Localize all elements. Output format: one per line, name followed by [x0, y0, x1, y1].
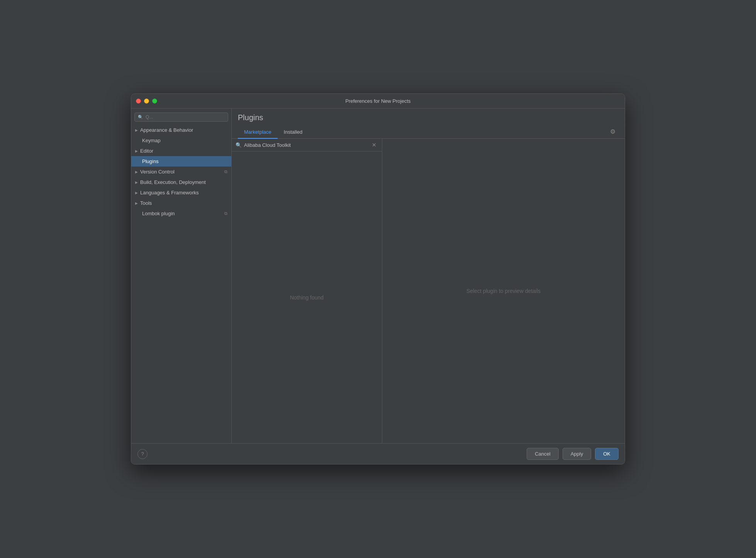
chevron-right-icon: ▶ — [135, 191, 138, 195]
cancel-button[interactable]: Cancel — [527, 448, 558, 460]
chevron-right-icon: ▶ — [135, 149, 138, 153]
bottom-bar: ? Cancel Apply OK — [131, 443, 625, 464]
main-panel: Plugins Marketplace Installed ⚙ — [232, 109, 625, 443]
sidebar-item-label: Plugins — [142, 158, 159, 164]
sidebar-item-label: Appearance & Behavior — [140, 127, 193, 133]
sidebar-item-tools[interactable]: ▶ Tools — [131, 198, 231, 208]
sidebar-item-label: Keymap — [142, 138, 161, 143]
chevron-right-icon: ▶ — [135, 180, 138, 184]
nothing-found-message: Nothing found — [232, 151, 382, 443]
sidebar-item-label: Editor — [140, 148, 153, 154]
copy-icon: ⧉ — [224, 211, 227, 216]
plugin-detail-panel: Select plugin to preview details — [382, 139, 625, 443]
plugin-search-icon: 🔍 — [236, 142, 242, 148]
sidebar-item-editor[interactable]: ▶ Editor — [131, 146, 231, 156]
ok-button[interactable]: OK — [595, 448, 619, 460]
sidebar-item-label: Build, Execution, Deployment — [140, 179, 206, 185]
traffic-lights — [136, 99, 157, 104]
sidebar-item-version-control[interactable]: ▶ Version Control ⧉ — [131, 167, 231, 177]
plugins-title: Plugins — [238, 113, 619, 122]
sidebar-item-label: Version Control — [140, 169, 175, 175]
sidebar-search-bar[interactable]: 🔍 — [134, 112, 228, 122]
sidebar-item-keymap[interactable]: Keymap — [131, 135, 231, 146]
sidebar-item-label: Languages & Frameworks — [140, 190, 199, 196]
sidebar-item-languages[interactable]: ▶ Languages & Frameworks — [131, 187, 231, 198]
plugins-content: 🔍 ✕ Nothing found Select plugin to previ… — [232, 139, 625, 443]
sidebar-item-lombok[interactable]: Lombok plugin ⧉ — [131, 208, 231, 219]
clear-search-button[interactable]: ✕ — [370, 142, 378, 148]
sidebar: 🔍 ▶ Appearance & Behavior Keymap ▶ Edito… — [131, 109, 232, 443]
minimize-button[interactable] — [144, 99, 149, 104]
help-button[interactable]: ? — [137, 449, 147, 459]
tab-installed[interactable]: Installed — [278, 126, 309, 139]
plugin-search-input[interactable] — [244, 142, 368, 148]
sidebar-item-label: Tools — [140, 200, 152, 206]
tabs-bar: Marketplace Installed ⚙ — [238, 126, 619, 138]
titlebar: Preferences for New Projects — [131, 94, 625, 109]
sidebar-search-icon: 🔍 — [138, 115, 143, 120]
sidebar-item-appearance[interactable]: ▶ Appearance & Behavior — [131, 125, 231, 135]
chevron-right-icon: ▶ — [135, 170, 138, 174]
preferences-window: Preferences for New Projects 🔍 ▶ Appeara… — [131, 94, 625, 464]
close-button[interactable] — [136, 99, 141, 104]
settings-gear-button[interactable]: ⚙ — [607, 126, 619, 137]
apply-button[interactable]: Apply — [563, 448, 592, 460]
content-area: 🔍 ▶ Appearance & Behavior Keymap ▶ Edito… — [131, 109, 625, 443]
window-title: Preferences for New Projects — [345, 98, 410, 104]
sidebar-search-input[interactable] — [146, 114, 225, 120]
bottom-actions: Cancel Apply OK — [527, 448, 619, 460]
chevron-right-icon: ▶ — [135, 201, 138, 205]
sidebar-item-build[interactable]: ▶ Build, Execution, Deployment — [131, 177, 231, 187]
sidebar-nav: ▶ Appearance & Behavior Keymap ▶ Editor … — [131, 125, 231, 443]
plugin-search-bar[interactable]: 🔍 ✕ — [232, 139, 382, 151]
plugins-header: Plugins Marketplace Installed ⚙ — [232, 109, 625, 139]
maximize-button[interactable] — [152, 99, 157, 104]
plugin-list-panel: 🔍 ✕ Nothing found — [232, 139, 382, 443]
sidebar-item-plugins[interactable]: Plugins — [131, 156, 231, 167]
chevron-right-icon: ▶ — [135, 128, 138, 132]
tab-marketplace[interactable]: Marketplace — [238, 126, 278, 139]
sidebar-item-label: Lombok plugin — [142, 211, 175, 216]
copy-icon: ⧉ — [224, 169, 227, 174]
